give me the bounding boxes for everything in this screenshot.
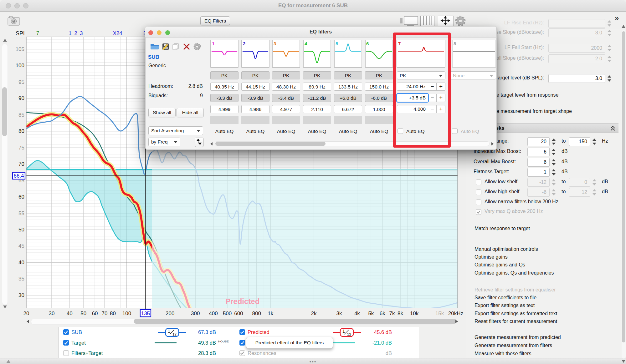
svg-text:50: 50: [80, 311, 86, 316]
svg-text:X24: X24: [113, 30, 122, 36]
svg-text:15k: 15k: [435, 311, 444, 316]
svg-text:80: 80: [110, 311, 116, 316]
svg-text:3: 3: [80, 30, 83, 36]
svg-text:7: 7: [36, 31, 39, 36]
svg-text:6k: 6k: [380, 311, 385, 316]
svg-text:40: 40: [67, 311, 73, 316]
svg-text:66.4: 66.4: [13, 173, 24, 179]
svg-text:20: 20: [23, 311, 29, 316]
svg-text:80: 80: [18, 128, 24, 134]
svg-text:30: 30: [18, 292, 24, 298]
svg-text:50: 50: [18, 227, 24, 233]
svg-text:1k: 1k: [268, 311, 273, 316]
svg-text:2k: 2k: [311, 311, 317, 316]
svg-text:85: 85: [18, 112, 24, 118]
svg-text:95: 95: [18, 79, 24, 85]
svg-text:60: 60: [18, 194, 24, 200]
svg-text:60: 60: [92, 311, 98, 316]
svg-text:70: 70: [101, 311, 107, 316]
svg-text:4k: 4k: [354, 311, 360, 316]
svg-text:400: 400: [209, 311, 218, 316]
svg-text:12: 12: [347, 332, 351, 336]
svg-text:70: 70: [18, 161, 24, 167]
svg-text:1: 1: [168, 329, 170, 334]
svg-text:600: 600: [234, 311, 243, 316]
svg-text:90: 90: [18, 95, 24, 101]
svg-text:1: 1: [342, 329, 345, 334]
svg-text:Predicted: Predicted: [225, 297, 259, 306]
svg-text:500: 500: [223, 311, 232, 316]
svg-text:5k: 5k: [368, 311, 374, 316]
svg-text:10k: 10k: [410, 311, 419, 316]
svg-text:200: 200: [166, 311, 174, 316]
svg-text:100: 100: [16, 63, 24, 68]
svg-text:75: 75: [18, 145, 24, 151]
svg-text:30: 30: [49, 311, 54, 316]
svg-text:45: 45: [18, 243, 24, 249]
svg-text:800: 800: [252, 311, 261, 316]
svg-text:300: 300: [191, 311, 200, 316]
svg-text:40: 40: [18, 260, 24, 265]
svg-text:8k: 8k: [398, 311, 403, 316]
svg-text:SPL: SPL: [16, 30, 26, 37]
svg-text:55: 55: [18, 210, 24, 216]
svg-text:135: 135: [141, 311, 150, 316]
svg-text:105: 105: [16, 46, 24, 52]
svg-text:35: 35: [18, 276, 24, 282]
svg-text:2: 2: [74, 30, 77, 36]
svg-text:3k: 3k: [336, 311, 342, 316]
svg-text:1: 1: [69, 30, 71, 36]
svg-text:100: 100: [122, 311, 131, 316]
svg-text:20kHz: 20kHz: [448, 311, 463, 316]
svg-text:7k: 7k: [389, 311, 395, 316]
